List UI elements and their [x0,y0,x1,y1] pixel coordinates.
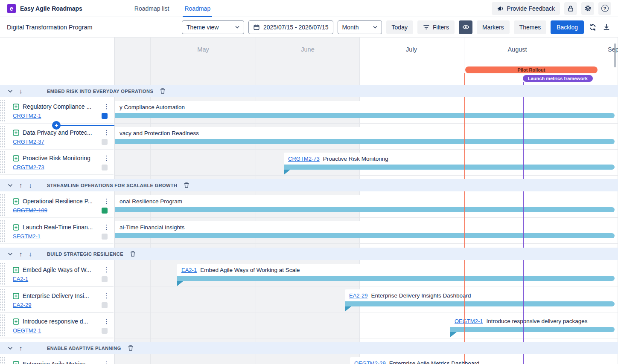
add-child-icon[interactable] [13,224,19,231]
drag-handle-icon[interactable] [0,151,6,173]
lock-button[interactable] [564,2,577,15]
issue-key-link[interactable]: OEGTM2-29 [354,360,386,364]
markers-button[interactable]: Markers [477,20,510,34]
timeline-bar[interactable]: OEGTM2-1 Introduce responsive delivery p… [450,315,615,332]
issue-key-link[interactable]: CRGTM2-109 [13,207,47,214]
kebab-menu-icon[interactable]: ⋮ [103,103,109,110]
move-theme-up-icon[interactable]: ↑ [19,345,23,351]
bar-duration-strip[interactable] [115,139,615,144]
move-theme-down-icon[interactable]: ↓ [19,88,23,94]
settings-button[interactable] [581,2,594,15]
tab-roadmap-list[interactable]: Roadmap list [127,0,177,17]
drag-handle-icon[interactable] [0,357,6,364]
timeline-bar[interactable]: vacy and Protection Readiness [115,127,615,144]
trash-icon[interactable] [160,88,166,94]
themes-button[interactable]: Themes [514,20,547,34]
drag-handle-icon[interactable] [0,220,6,243]
trash-icon[interactable] [184,182,189,188]
date-range-button[interactable]: 2025/07/15 - 2026/07/15 [248,20,333,34]
issue-key-link[interactable]: EA2-1 [181,267,197,273]
color-swatch[interactable] [102,165,108,170]
issue-key-link[interactable]: OEGTM2-1 [13,327,41,334]
filters-button[interactable]: Filters [417,20,455,34]
issue-card[interactable]: Operational Resilience P... ⋮ CRGTM2-109 [0,194,114,218]
drag-handle-icon[interactable] [0,289,6,311]
drag-handle-icon[interactable] [0,126,6,148]
color-swatch[interactable] [102,328,108,334]
kebab-menu-icon[interactable]: ⋮ [103,318,109,325]
kebab-menu-icon[interactable]: ⋮ [103,223,109,231]
color-swatch[interactable] [102,139,108,145]
kebab-menu-icon[interactable]: ⋮ [103,129,109,136]
timeline-bar[interactable]: OEGTM2-29 Enterprise Agile Metrics Dashb… [350,357,615,364]
vertical-scrollbar[interactable] [614,43,616,67]
kebab-menu-icon[interactable]: ⋮ [103,266,109,274]
add-child-icon[interactable] [13,198,19,205]
issue-key-link[interactable]: OEGTM2-1 [455,318,483,324]
add-child-icon[interactable] [13,361,19,364]
bar-duration-strip[interactable] [115,113,615,118]
move-theme-down-icon[interactable]: ↓ [29,251,32,257]
drag-handle-icon[interactable] [0,263,6,285]
refresh-button[interactable] [588,23,598,32]
color-swatch[interactable] [102,302,108,308]
kebab-menu-icon[interactable]: ⋮ [103,154,109,162]
drag-handle-icon[interactable] [0,315,6,337]
view-select[interactable]: Theme view [182,20,244,34]
chevron-down-icon[interactable] [8,90,13,93]
move-theme-up-icon[interactable]: ↑ [19,182,23,188]
issue-key-link[interactable]: CRGTM2-73 [13,164,44,170]
chevron-down-icon[interactable] [8,252,13,256]
kebab-menu-icon[interactable]: ⋮ [103,197,109,205]
chevron-down-icon[interactable] [8,347,13,350]
issue-card[interactable]: Proactive Risk Monitoring ⋮ CRGTM2-73 [0,150,114,175]
issue-key-link[interactable]: SEGTM2-1 [13,233,41,240]
timeline-bar[interactable]: al-Time Financial Insights [115,221,615,238]
bar-duration-strip[interactable] [284,165,615,170]
issue-card[interactable]: Embed Agile Ways of W... ⋮ EA2-1 [0,262,114,287]
kebab-menu-icon[interactable]: ⋮ [103,292,109,300]
issue-card[interactable]: Regulatory Compliance ... ⋮ CRGTM2-1 [0,99,114,124]
drag-handle-icon[interactable] [0,100,6,122]
tab-roadmap[interactable]: Roadmap [177,0,218,17]
inline-add-button[interactable]: + [52,121,61,130]
chevron-down-icon[interactable] [8,184,13,187]
issue-key-link[interactable]: CRGTM2-1 [13,113,41,119]
color-swatch[interactable] [102,234,108,240]
today-button[interactable]: Today [386,20,413,34]
bar-duration-strip[interactable] [450,327,615,332]
marker-launch-metrics[interactable]: Launch metrics framework [523,75,593,82]
issue-card[interactable]: Enterprise Delivery Insi... ⋮ EA2-29 [0,288,114,313]
timeline-bar[interactable]: EA2-1 Embed Agile Ways of Working at Sca… [177,264,615,281]
timeline-bar[interactable]: CRGTM2-73 Proactive Risk Monitoring [284,153,615,170]
issue-card[interactable]: Introduce responsive d... ⋮ OEGTM2-1 [0,314,114,338]
add-child-icon[interactable] [13,130,19,136]
bar-duration-strip[interactable] [345,301,615,306]
move-theme-down-icon[interactable]: ↓ [29,182,32,188]
timeline-bar[interactable]: onal Resilience Program [115,195,615,212]
bar-duration-strip[interactable] [115,207,615,212]
issue-key-link[interactable]: EA2-1 [13,276,28,282]
help-button[interactable]: ? [598,2,611,15]
bar-duration-strip[interactable] [177,276,615,281]
backlog-button[interactable]: Backlog [551,20,584,34]
issue-key-link[interactable]: CRGTM2-37 [13,139,44,145]
issue-key-link[interactable]: CRGTM2-73 [288,156,320,162]
trash-icon[interactable] [130,251,136,257]
issue-card[interactable]: Launch Real-Time Finan... ⋮ SEGTM2-1 [0,220,114,244]
add-child-icon[interactable] [13,155,19,162]
timeline-bar[interactable]: y Compliance Automation [115,101,615,118]
add-child-icon[interactable] [13,318,19,325]
add-child-icon[interactable] [13,104,19,110]
drag-handle-icon[interactable] [0,194,6,217]
export-button[interactable] [602,23,611,32]
kebab-menu-icon[interactable]: ⋮ [103,360,109,364]
issue-card[interactable]: Enterprise Agile Metrics... ⋮ [0,356,114,364]
color-swatch[interactable] [102,208,108,214]
provide-feedback-button[interactable]: Provide Feedback [492,2,560,15]
marker-pilot-rollout[interactable]: Pilot Rollout [465,66,598,73]
visibility-toggle-button[interactable] [459,20,472,34]
add-child-icon[interactable] [13,267,19,273]
zoom-select[interactable]: Month [338,20,382,34]
issue-key-link[interactable]: EA2-29 [349,292,367,299]
